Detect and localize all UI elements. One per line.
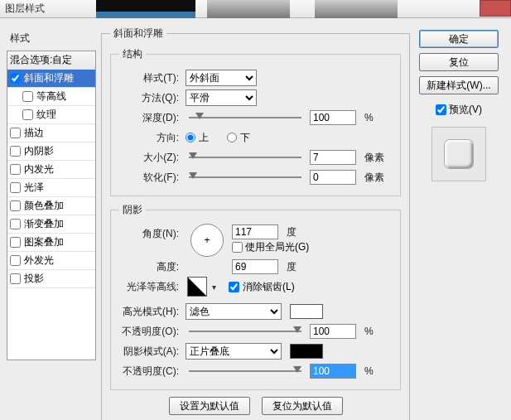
chevron-down-icon[interactable]: ▾: [212, 282, 220, 292]
bg-artifact: [96, 0, 195, 12]
style-check-stroke[interactable]: [10, 128, 21, 138]
blend-options-row[interactable]: 混合选项:自定: [7, 51, 95, 70]
style-check-satin[interactable]: [10, 182, 21, 193]
shading-group: 阴影 角度(N): + 度 使用全局光(G): [110, 203, 401, 390]
shadow-color-swatch[interactable]: [290, 344, 323, 359]
make-default-button[interactable]: 设置为默认值: [169, 397, 250, 415]
highlight-mode-select[interactable]: 滤色: [186, 303, 282, 320]
highlight-color-swatch[interactable]: [290, 304, 323, 319]
altitude-label: 高度:: [119, 260, 182, 274]
highlight-opacity-label: 不透明度(O):: [119, 325, 182, 339]
style-item-label: 图案叠加: [24, 235, 64, 249]
style-item-label: 渐变叠加: [24, 217, 64, 231]
style-item-inner-glow[interactable]: 内发光: [7, 161, 95, 179]
style-item-label: 光泽: [24, 181, 44, 195]
style-item-stroke[interactable]: 描边: [7, 124, 95, 142]
style-item-label: 外发光: [24, 253, 54, 268]
soften-input[interactable]: [310, 170, 356, 185]
depth-label: 深度(D):: [119, 111, 182, 125]
shadow-mode-select[interactable]: 正片叠底: [186, 343, 282, 360]
angle-unit: 度: [287, 225, 296, 239]
style-item-satin[interactable]: 光泽: [7, 179, 95, 197]
style-check-inner-shadow[interactable]: [10, 146, 21, 157]
soften-slider[interactable]: [189, 174, 301, 181]
bevel-panel: 斜面和浮雕 结构 样式(T): 外斜面 方法(Q): 平滑 深度(D): %: [101, 27, 410, 420]
angle-dial[interactable]: +: [190, 224, 224, 257]
global-light-check[interactable]: [232, 242, 243, 253]
style-item-label: 内阴影: [24, 144, 54, 158]
style-item-color-overlay[interactable]: 颜色叠加: [7, 197, 95, 215]
style-item-pattern-overlay[interactable]: 图案叠加: [7, 234, 95, 252]
direction-up-radio[interactable]: [186, 133, 195, 142]
structure-legend: 结构: [119, 47, 146, 61]
style-item-inner-shadow[interactable]: 内阴影: [7, 142, 95, 161]
structure-group: 结构 样式(T): 外斜面 方法(Q): 平滑 深度(D): % 方向:: [110, 47, 401, 196]
highlight-opacity-unit: %: [364, 326, 374, 337]
style-check-outer-glow[interactable]: [10, 255, 21, 266]
global-light-row[interactable]: 使用全局光(G): [232, 240, 309, 254]
size-input[interactable]: [310, 150, 356, 165]
angle-input[interactable]: [232, 224, 278, 239]
soften-label: 软化(F):: [119, 171, 182, 185]
shadow-mode-label: 阴影模式(A):: [119, 345, 182, 359]
technique-label: 方法(Q):: [119, 91, 182, 105]
style-check-color-overlay[interactable]: [10, 200, 21, 211]
style-item-bevel[interactable]: 斜面和浮雕: [7, 70, 95, 88]
depth-unit: %: [364, 112, 374, 123]
bg-artifact: [207, 0, 290, 18]
style-select[interactable]: 外斜面: [186, 70, 257, 86]
style-item-texture[interactable]: 纹理: [7, 106, 95, 124]
technique-select[interactable]: 平滑: [186, 89, 257, 106]
size-unit: 像素: [364, 151, 384, 165]
preview-check[interactable]: [436, 104, 446, 115]
antialias-check[interactable]: [229, 282, 239, 292]
blend-options-label: 混合选项:自定: [10, 53, 72, 67]
style-check-drop-shadow[interactable]: [10, 273, 21, 284]
gloss-contour-label: 光泽等高线:: [119, 280, 182, 294]
cancel-button[interactable]: 复位: [419, 53, 499, 71]
soften-unit: 像素: [364, 171, 384, 185]
preview-box: [431, 127, 486, 181]
titlebar: 图层样式: [0, 0, 511, 18]
depth-slider[interactable]: [189, 114, 301, 121]
style-item-label: 投影: [24, 272, 44, 286]
style-list: 混合选项:自定 斜面和浮雕 等高线 纹理 描边 内阴影: [7, 51, 96, 360]
bg-artifact: [96, 12, 195, 18]
direction-up-label: 上: [199, 131, 209, 145]
style-item-label: 斜面和浮雕: [24, 71, 74, 85]
shadow-opacity-slider[interactable]: [189, 368, 301, 374]
reset-default-button[interactable]: 复位为默认值: [262, 397, 343, 415]
size-slider[interactable]: [189, 154, 301, 161]
style-check-gradient-overlay[interactable]: [10, 219, 21, 229]
preview-swatch: [445, 140, 473, 168]
ok-button[interactable]: 确定: [419, 30, 499, 48]
ok-label: 确定: [449, 32, 469, 46]
style-item-gradient-overlay[interactable]: 渐变叠加: [7, 215, 95, 234]
style-item-label: 描边: [24, 126, 44, 140]
style-check-texture[interactable]: [22, 109, 33, 120]
bg-artifact: [315, 0, 398, 18]
direction-down-label: 下: [240, 131, 250, 145]
direction-down-radio[interactable]: [227, 133, 237, 142]
shadow-opacity-input[interactable]: [310, 364, 356, 379]
crosshair-icon: +: [204, 234, 210, 246]
gloss-contour-picker[interactable]: [187, 277, 207, 297]
preview-row[interactable]: 预览(V): [436, 103, 482, 117]
style-check-contour[interactable]: [22, 91, 33, 102]
altitude-input[interactable]: [232, 259, 278, 274]
style-check-inner-glow[interactable]: [10, 164, 21, 175]
style-check-bevel[interactable]: [10, 73, 21, 84]
altitude-unit: 度: [287, 260, 296, 274]
preview-label: 预览(V): [449, 103, 482, 117]
style-item-drop-shadow[interactable]: 投影: [7, 270, 95, 288]
style-item-contour[interactable]: 等高线: [7, 88, 95, 106]
style-check-pattern-overlay[interactable]: [10, 237, 21, 248]
depth-input[interactable]: [310, 110, 356, 125]
highlight-opacity-input[interactable]: [310, 324, 356, 339]
style-item-label: 颜色叠加: [24, 199, 64, 213]
new-style-button[interactable]: 新建样式(W)...: [419, 76, 499, 94]
window-close-button[interactable]: [480, 0, 511, 17]
antialias-label: 消除锯齿(L): [243, 280, 295, 294]
highlight-opacity-slider[interactable]: [189, 328, 301, 335]
style-item-outer-glow[interactable]: 外发光: [7, 252, 95, 270]
